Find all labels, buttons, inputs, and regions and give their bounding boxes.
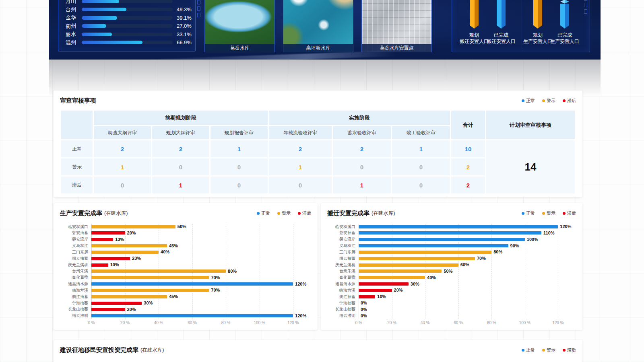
legend-item[interactable]: 警示: [542, 98, 555, 104]
legend-label: 正常: [261, 210, 270, 216]
bar-track: 60%: [359, 262, 566, 267]
bar: [91, 238, 113, 241]
chart-row: 台州朱溪50%: [327, 269, 566, 274]
chart-title: 搬迁安置完成率: [327, 210, 369, 217]
progress-track: [82, 8, 173, 11]
category-label: 磐安流岸: [327, 237, 359, 242]
bar-track: 70%: [91, 288, 301, 293]
legend-item[interactable]: 警示: [542, 347, 555, 353]
city-label: 丽水: [66, 31, 82, 38]
legend-item[interactable]: 滞后: [298, 210, 311, 216]
chart-row: 宁海抽蓄0%: [327, 300, 566, 306]
bar-value-label: 30%: [144, 300, 153, 306]
legend-item[interactable]: 正常: [522, 98, 535, 104]
legend-item[interactable]: 正常: [257, 210, 270, 216]
bar-track: 40%: [359, 275, 566, 280]
bar-track: 120%: [359, 224, 566, 229]
x-axis-tick: 0 %: [88, 321, 95, 325]
bar-planned-production-population: [533, 0, 542, 29]
bar-completed-production-population: [560, 4, 569, 29]
category-label: 磐安抽蓄: [327, 230, 359, 236]
kpi-dashboard-panel: 舟山台州49.3%金华39.1%衢州27.0%丽水33.1%温州66.9% 葛岙…: [49, 0, 601, 60]
legend-dot-icon: [542, 99, 545, 102]
category-label: 缙云抽蓄: [60, 256, 91, 261]
legend-item[interactable]: 正常: [522, 347, 535, 353]
bar-value-label: 30%: [411, 282, 419, 287]
city-label: 舟山: [66, 0, 82, 5]
category-label: 长龙山抽蓄: [327, 306, 359, 312]
city-progress-row: 舟山: [58, 0, 195, 6]
sub-header: 规划大纲评审: [152, 126, 209, 139]
status-legend: 正常警示滞后: [522, 347, 576, 353]
legend-dot-icon: [277, 212, 280, 215]
category-label: 三门东屏: [327, 249, 359, 255]
chart-row: 义乌双江45%: [60, 243, 301, 249]
category-label: 庆元兰溪桥: [60, 262, 91, 268]
legend-label: 警示: [547, 347, 555, 353]
category-label: 衢江抽蓄: [60, 294, 91, 300]
chart-row: 台州朱溪80%: [60, 269, 301, 274]
legend-item[interactable]: 滞后: [563, 210, 576, 216]
chart-row: 衢江抽蓄45%: [60, 294, 301, 299]
city-progress-row: 金华39.1%: [58, 14, 195, 22]
x-axis-tick: 100 %: [519, 321, 530, 325]
category-label: 遂昌清水源: [327, 281, 359, 287]
legend-dot-icon: [542, 212, 545, 215]
x-axis: 0 %20 %40 %60 %80 %100 %120 %: [359, 319, 566, 326]
chart-row: 宁海抽蓄30%: [60, 300, 301, 306]
bar-value-label: 80%: [493, 249, 502, 255]
bar-value-label: 10%: [110, 262, 119, 267]
chart-title: 生产安置完成率: [60, 210, 102, 217]
relocation-completion-card: 搬迁安置完成率 (在建水库) 正常警示滞后 临安双溪口120%磐安抽蓄110%磐…: [321, 203, 582, 330]
city-label: 衢州: [66, 23, 82, 30]
category-label: 庆元兰溪桥: [327, 262, 359, 268]
bar: [91, 302, 142, 305]
bar-value-label: 120%: [295, 313, 306, 319]
legend-item[interactable]: 滞后: [563, 98, 576, 104]
bar-value-label: 90%: [510, 243, 519, 249]
legend-label: 滞后: [567, 98, 576, 104]
bar-track: 50%: [359, 269, 566, 274]
x-axis-tick: 120 %: [287, 321, 299, 325]
bar: [91, 269, 226, 273]
chart-row: 长龙山抽蓄0%: [327, 307, 566, 312]
x-axis-tick: 20 %: [387, 321, 396, 325]
bar-value-label: 70%: [477, 256, 486, 261]
legend-label: 警示: [282, 210, 291, 216]
category-label: 磐安流岸: [60, 237, 91, 242]
stage-header-planning: 前期规划阶段: [94, 111, 268, 125]
sub-header: 调查大纲评审: [94, 126, 151, 139]
table-value: 2: [94, 140, 151, 157]
bar-track: 50%: [91, 224, 301, 229]
x-axis: 0 %20 %40 %60 %80 %100 %120 %: [91, 319, 301, 326]
photo-card-reservoir-1: 葛岙水库: [204, 0, 275, 52]
legend-dot-icon: [542, 349, 545, 352]
status-legend: 正常警示滞后: [522, 210, 576, 216]
city-progress-row: 台州49.3%: [58, 6, 195, 14]
bar-value-label: 45%: [169, 294, 178, 299]
legend-label: 正常: [526, 98, 535, 104]
legend-item[interactable]: 滞后: [563, 347, 576, 353]
chart-row: 遂昌清水源30%: [327, 282, 566, 287]
category-label: 奉化葛岙: [327, 275, 359, 280]
panel-deco-dashes: [197, 0, 200, 17]
x-axis-tick: 60 %: [454, 321, 463, 325]
chart-row: 衢江抽蓄10%: [327, 294, 566, 299]
bar-track: 20%: [91, 307, 301, 312]
legend-dot-icon: [563, 212, 566, 215]
row-label: 正常: [61, 140, 93, 157]
legend-item[interactable]: 警示: [542, 210, 555, 216]
x-axis-tick: 60 %: [188, 321, 197, 325]
legend-item[interactable]: 正常: [522, 210, 535, 216]
bar-value-label: 120%: [560, 224, 571, 229]
legend-dot-icon: [298, 212, 301, 215]
city-label: 温州: [66, 39, 82, 46]
production-completion-card: 生产安置完成率 (在建水库) 正常警示滞后 临安双溪口50%磐安抽蓄20%磐安流…: [54, 203, 318, 330]
table-value: 2: [152, 140, 209, 157]
blank-header-cell: [61, 111, 93, 139]
legend-item[interactable]: 警示: [277, 210, 291, 216]
plan-total-value: 14: [486, 140, 575, 193]
table-value: 1: [333, 177, 391, 193]
bar-track: 100%: [359, 237, 566, 242]
bar-value-label: 40%: [427, 275, 436, 280]
